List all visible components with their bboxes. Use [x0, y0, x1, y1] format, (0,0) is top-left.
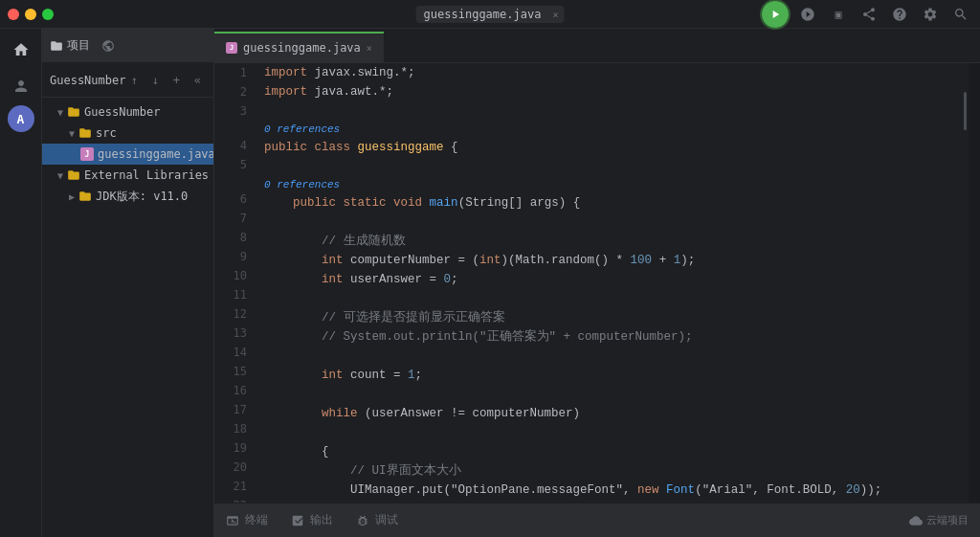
content-area: J guessinggame.java × 1 2 3 4 5 6 7 8 9: [214, 29, 980, 537]
code-line-17: while (userAnswer != computerNumber): [264, 404, 951, 423]
line-num-9: 9: [214, 247, 256, 266]
minimize-traffic-light[interactable]: [25, 9, 36, 20]
line-num-5: 5: [214, 155, 256, 174]
line-num-1: 1: [214, 63, 256, 82]
share-icon: [861, 7, 877, 22]
close-traffic-light[interactable]: [8, 9, 19, 20]
code-line-5: [264, 157, 951, 176]
code-line-8: // 生成随机数: [264, 232, 951, 251]
tree-label-ext-libs: External Libraries: [84, 168, 209, 182]
title-bar: guessinggame.java × ▣: [0, 0, 980, 29]
main-layout: A 项目 GuessNumber ↑ ↓ + «: [0, 29, 980, 537]
bottom-tab-terminal[interactable]: 终端: [214, 503, 279, 538]
tab-close-button[interactable]: ×: [367, 43, 372, 54]
code-line-3: [264, 101, 951, 121]
code-line-13: // System.out.println("正确答案为" + computer…: [264, 327, 951, 347]
tree-item-src[interactable]: ▼ src: [42, 123, 213, 144]
debug-run-button[interactable]: [796, 3, 819, 26]
terminal-icon: [226, 514, 239, 527]
debug-console-icon: [356, 514, 369, 527]
line-num-3: 3: [214, 101, 256, 121]
panel-title: GuessNumber: [50, 74, 125, 87]
tree-item-jdk[interactable]: ▶ JDK版本: v11.0: [42, 186, 213, 207]
panel-download-icon[interactable]: ↓: [146, 72, 164, 89]
output-label: 输出: [310, 512, 333, 528]
line-num-4: 4: [214, 136, 256, 155]
toolbar-project-label: 项目: [67, 37, 90, 54]
scrollbar-thumb[interactable]: [964, 92, 967, 130]
tree-item-guessinggame[interactable]: J guessinggame.java: [42, 144, 213, 165]
line-num-15: 15: [214, 362, 256, 381]
debug-icon: [800, 7, 815, 22]
tree-item-external-libs[interactable]: ▼ External Libraries: [42, 165, 213, 186]
line-num-19: 19: [214, 438, 256, 458]
run-button-ring: [760, 0, 791, 30]
bottom-tab-debug[interactable]: 调试: [345, 503, 410, 538]
tree-label-guessnumber: GuessNumber: [84, 105, 160, 119]
line-numbers: 1 2 3 4 5 6 7 8 9 10 11 12 13 14 15 16: [214, 63, 256, 503]
help-icon: [892, 7, 907, 22]
activity-home[interactable]: [4, 33, 38, 67]
search-button[interactable]: [949, 3, 972, 26]
settings-button[interactable]: [919, 3, 942, 26]
tab-java-icon: J: [226, 42, 237, 54]
code-line-4: public class guessinggame {: [264, 138, 951, 157]
line-num-21: 21: [214, 477, 256, 496]
code-line-11: [264, 289, 951, 308]
folder-icon: [50, 39, 63, 53]
ref-hint-main: 0 references: [264, 176, 951, 193]
minimap: [969, 63, 980, 503]
chevron-jdk: ▶: [69, 191, 75, 202]
panel-upload-icon[interactable]: ↑: [125, 72, 143, 89]
code-line-7: [264, 213, 951, 232]
cloud-label: 云端项目: [926, 513, 969, 527]
code-line-22: UIManager.put("OptionPane.buttonFont", n…: [264, 500, 951, 503]
panel-add-icon[interactable]: +: [167, 72, 185, 89]
tree-item-guessnumber[interactable]: ▼ GuessNumber: [42, 101, 213, 123]
line-num-8: 8: [214, 228, 256, 247]
run-button[interactable]: [762, 1, 789, 28]
cloud-status[interactable]: 云端项目: [909, 513, 969, 527]
activity-person[interactable]: [4, 69, 38, 103]
folder-src-icon: [78, 126, 92, 140]
tree-label-jdk: JDK版本: v11.0: [96, 189, 188, 205]
toolbar-project[interactable]: 项目: [50, 37, 90, 54]
active-tab-title[interactable]: guessinggame.java ×: [416, 6, 565, 23]
line-num-22: 22: [214, 496, 256, 503]
bottom-right-status: 云端项目: [909, 513, 980, 527]
toolbar-globe[interactable]: [101, 39, 115, 53]
maximize-traffic-light[interactable]: [42, 9, 54, 20]
filename-text: guessinggame.java: [424, 8, 542, 21]
code-line-12: // 可选择是否提前显示正确答案: [264, 308, 951, 327]
panel-collapse-icon[interactable]: «: [189, 72, 206, 89]
code-editor[interactable]: import javax.swing.*; import java.awt.*;…: [256, 63, 959, 503]
share-button[interactable]: [858, 3, 880, 26]
line-num-10: 10: [214, 266, 256, 285]
tab-guessinggame[interactable]: J guessinggame.java ×: [214, 32, 384, 62]
terminal-label: 终端: [245, 512, 268, 528]
code-line-15: int count = 1;: [264, 366, 951, 385]
ref-hint-class: 0 references: [264, 121, 951, 138]
activity-avatar[interactable]: A: [8, 105, 34, 132]
editor-area[interactable]: 1 2 3 4 5 6 7 8 9 10 11 12 13 14 15 16: [214, 63, 980, 503]
folder-open-icon: [67, 105, 80, 119]
output-icon: [291, 514, 304, 527]
java-file-icon: J: [80, 147, 94, 161]
line-num-7: 7: [214, 209, 256, 228]
cloud-icon: [909, 514, 923, 527]
debug-label: 调试: [375, 512, 398, 528]
help-button[interactable]: [888, 3, 911, 26]
bottom-tab-output[interactable]: 输出: [279, 503, 345, 538]
coverage-button[interactable]: ▣: [827, 3, 850, 26]
traffic-lights: [8, 9, 54, 20]
line-num-17: 17: [214, 400, 256, 419]
close-tab-x[interactable]: ×: [552, 9, 558, 19]
code-line-16: [264, 385, 951, 404]
chevron-src: ▼: [69, 128, 75, 139]
search-icon: [953, 7, 969, 22]
settings-icon: [923, 7, 938, 22]
bottom-bar: 终端 输出 调试 云端项目: [214, 503, 980, 537]
line-num-13: 13: [214, 324, 256, 343]
activity-bar: A: [0, 29, 42, 537]
chevron-ext-libs: ▼: [57, 170, 63, 181]
